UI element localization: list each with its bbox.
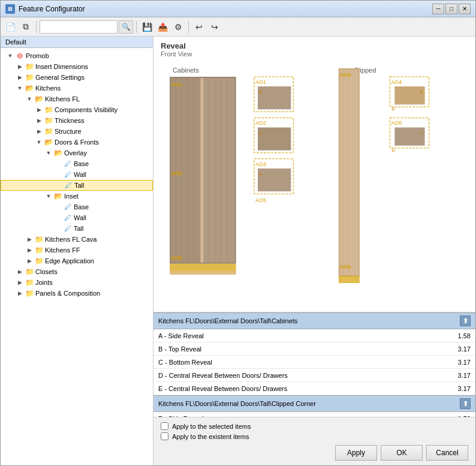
tree-item-doors-fronts[interactable]: ▼ 📂 Doors & Fronts [1, 137, 153, 148]
folder-icon: 📂 [25, 83, 34, 93]
svg-rect-37 [339, 276, 360, 283]
tree-item-promob[interactable]: ▼ ⊖ Promob [1, 50, 153, 61]
tree-item-kitchens-fl-cava[interactable]: ▶ 📁 Kitchens FL Cava [1, 234, 153, 245]
checkbox-selected-items[interactable] [161, 422, 168, 430]
tree-item-edge-application[interactable]: ▶ 📁 Edge Application [1, 255, 153, 266]
tree-label: Closets [35, 268, 58, 275]
undo-button[interactable]: ↩ [192, 20, 206, 34]
expander[interactable]: ▼ [44, 191, 53, 201]
ok-button[interactable]: OK [381, 445, 423, 461]
svg-text:AO5: AO5 [255, 197, 266, 203]
search-button[interactable]: 🔍 [119, 20, 133, 34]
tree-item-kitchens[interactable]: ▼ 📂 Kitchens [1, 83, 153, 94]
expander[interactable]: ▶ [34, 116, 44, 125]
action-buttons: Apply OK Cancel [161, 445, 468, 461]
expander[interactable]: ▶ [25, 256, 34, 266]
expander: ▶ [53, 213, 63, 223]
section-header-clipped: Kitchens FL\Doors\External Doors\Tall\Cl… [153, 395, 475, 412]
tree-item-general-settings[interactable]: ▶ 📁 General Settings [1, 72, 153, 83]
close-button[interactable]: ✕ [459, 4, 471, 14]
tree-item-inset[interactable]: ▼ 📂 Inset [1, 191, 153, 202]
cancel-button[interactable]: Cancel [426, 445, 468, 461]
tree-label: Edge Application [45, 257, 94, 264]
svg-text:F: F [420, 131, 423, 136]
expander[interactable]: ▶ [15, 288, 25, 298]
data-row-a[interactable]: A - Side Reveal 1.58 [153, 329, 475, 342]
data-row-e[interactable]: E - Central Reveal Between Doors/ Drawer… [153, 382, 475, 395]
svg-rect-16 [170, 271, 236, 275]
tree-item-kitchens-fl[interactable]: ▼ 📂 Kitchens FL [1, 94, 153, 104]
data-row-c[interactable]: C - Bottom Reveal 3.17 [153, 356, 475, 369]
tree-item-thickness[interactable]: ▶ 📁 Thickness [1, 115, 153, 126]
section-collapse-clipped[interactable]: ⬆ [460, 398, 471, 409]
app-icon: ⊞ [5, 4, 15, 14]
svg-text:AO1: AO1 [171, 82, 182, 88]
tree-item-inset-tall[interactable]: ▶ 🖊 Tall [1, 223, 153, 234]
svg-text:AO2: AO2 [255, 120, 266, 126]
folder-icon: 📂 [53, 148, 63, 158]
expander[interactable]: ▶ [25, 245, 34, 255]
expander[interactable]: ▶ [15, 267, 25, 276]
expander[interactable]: ▶ [15, 278, 25, 287]
svg-text:AO4: AO4 [391, 79, 402, 85]
tree-item-wall[interactable]: ▶ 🖊 Wall [1, 169, 153, 180]
tree-item-components-vis[interactable]: ▶ 📁 Components Visibility [1, 104, 153, 115]
folder-icon: 📁 [44, 116, 53, 125]
expander[interactable]: ▶ [15, 62, 25, 71]
minimize-button[interactable]: ─ [432, 4, 444, 14]
tree-label: Joints [35, 279, 53, 286]
folder-icon: 📂 [34, 94, 44, 104]
expander[interactable]: ▶ [34, 105, 44, 115]
search-input[interactable] [40, 20, 118, 34]
new-button[interactable]: 📄 [3, 20, 17, 34]
tree-item-joints[interactable]: ▶ 📁 Joints [1, 277, 153, 288]
maximize-button[interactable]: □ [445, 4, 457, 14]
svg-text:A: A [259, 172, 263, 177]
data-row-d[interactable]: D - Central Reveal Between Doors/ Drawer… [153, 369, 475, 382]
preview-title: Reveal [161, 41, 468, 50]
section-collapse-cabinets[interactable]: ⬆ [460, 315, 471, 326]
checkbox-existent-items[interactable] [161, 432, 168, 440]
tree-item-overlay[interactable]: ▼ 📂 Overlay [1, 148, 153, 158]
export-button[interactable]: 📤 [155, 20, 170, 34]
expander[interactable]: ▼ [15, 83, 25, 93]
tree-container[interactable]: ▼ ⊖ Promob ▶ 📁 Insert Dimensions ▶ 📁 Gen… [1, 48, 153, 465]
main-area: Default ▼ ⊖ Promob ▶ 📁 Insert Dimensions [1, 37, 475, 465]
checkbox-selected-label: Apply to the selected items [172, 423, 251, 430]
page-icon: 🖊 [63, 170, 73, 179]
tree-label: Thickness [55, 117, 85, 124]
folder-icon: 📂 [44, 137, 53, 147]
expander[interactable]: ▼ [5, 51, 15, 61]
tree-item-base[interactable]: ▶ 🖊 Base [1, 158, 153, 169]
tree-label: Inset [64, 193, 79, 200]
expander[interactable]: ▼ [44, 148, 53, 158]
expander[interactable]: ▶ [15, 73, 25, 82]
expander[interactable]: ▶ [25, 234, 34, 244]
copy-button[interactable]: ⧉ [19, 20, 33, 34]
folder-icon: 📁 [25, 278, 34, 287]
save-button[interactable]: 💾 [140, 20, 154, 34]
data-row-b[interactable]: B - Top Reveal 3.17 [153, 342, 475, 356]
svg-rect-27 [258, 169, 291, 191]
tree-item-kitchens-ff[interactable]: ▶ 📁 Kitchens FF [1, 245, 153, 255]
row-label-e: E - Central Reveal Between Doors/ Drawer… [158, 385, 435, 392]
tree-item-closets[interactable]: ▶ 📁 Closets [1, 266, 153, 277]
row-label-b: B - Top Reveal [158, 345, 435, 353]
tree-item-inset-base[interactable]: ▶ 🖊 Base [1, 202, 153, 212]
tree-item-panels-composition[interactable]: ▶ 📁 Panels & Composition [1, 288, 153, 299]
expander[interactable]: ▶ [34, 127, 44, 136]
tree-label: Base [74, 160, 89, 167]
expander[interactable]: ▼ [34, 137, 44, 147]
tree-label: Tall [74, 182, 85, 189]
tree-item-structure[interactable]: ▶ 📁 Structure [1, 126, 153, 137]
data-row-f[interactable]: F - Side Reveal 1.58 [153, 412, 475, 417]
checkbox-row-selected[interactable]: Apply to the selected items [161, 422, 468, 430]
settings-button[interactable]: ⚙ [171, 20, 185, 34]
tree-item-inset-wall[interactable]: ▶ 🖊 Wall [1, 212, 153, 223]
redo-button[interactable]: ↪ [207, 20, 222, 34]
tree-item-insert-dim[interactable]: ▶ 📁 Insert Dimensions [1, 61, 153, 72]
apply-button[interactable]: Apply [335, 445, 377, 461]
checkbox-row-existent[interactable]: Apply to the existent items [161, 432, 468, 440]
tree-item-tall[interactable]: ▶ 🖊 Tall [1, 180, 153, 191]
expander[interactable]: ▼ [25, 94, 34, 104]
